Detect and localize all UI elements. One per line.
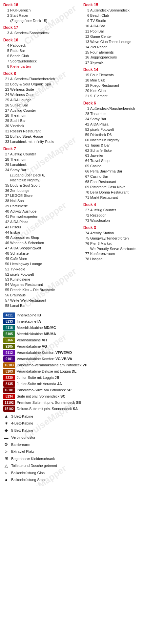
deck-item-name: Veganes Restaurant: [10, 282, 43, 288]
deck-item-number: 77: [83, 251, 89, 257]
deck-item-number: 75: [83, 236, 89, 241]
deck-item: 73Waschsalon: [83, 218, 161, 223]
icon-label: 4-Bett-Kabine: [11, 421, 33, 426]
deck-item-name: pixels Fotowelt: [90, 127, 114, 132]
deck-item: 28Theatrium: [3, 157, 81, 162]
cabin-type-code: MB/MA: [44, 332, 56, 336]
icon-legend: ▲3-Bett-Kabine✶4-Bett-Kabine◆5-Bett-Kabi…: [3, 413, 161, 483]
deck-item: 12Game Center: [83, 34, 161, 39]
deck-item-name: Hemingway Lounge: [10, 262, 42, 267]
deck-item-number: 31: [3, 129, 9, 134]
deck-item-name: Nachtclub Nightfly: [90, 138, 119, 143]
deck-item-number: 3: [83, 8, 89, 13]
deck-item: 5Patio Bar: [3, 48, 81, 54]
deck-item-number: 65: [83, 164, 89, 169]
deck-section: Deck 427Ausflug Counter72Rezeption73Wasc…: [83, 202, 161, 223]
deck-item: 28Theatrium: [3, 113, 81, 118]
cabin-label: Innenkabine IA: [17, 319, 41, 324]
deck-item-name: Sushi Bar: [10, 118, 26, 124]
deck-title: Deck 4: [83, 202, 161, 207]
cabin-row: 8103Verandakabine Deluxe mit Loggia DL: [3, 369, 161, 374]
cabin-label: Innenkabine IB: [17, 312, 41, 318]
icon-row: ◆5-Bett-Kabine: [3, 427, 161, 434]
deck-item-name: Patiodeck: [10, 43, 26, 48]
deck-item: 16Joggingparcours: [83, 55, 161, 60]
deck-item: 58Lanai Bar: [3, 303, 81, 309]
deck-item: 6Beach Club: [3, 54, 81, 59]
deck-item-name: Friseur: [10, 225, 21, 230]
deck-item-number: 28: [83, 111, 89, 117]
deck-item-name: Theatrium: [10, 113, 27, 118]
deck-item: 69Ristorante Casa Nova: [83, 185, 161, 190]
deck-item-number: 15: [83, 50, 89, 55]
cabin-type-code: IB: [37, 313, 41, 317]
deck-item: 18Mini Club: [83, 78, 161, 83]
deck-item: 3Außendeck/Sonnendeck: [83, 8, 161, 13]
deck-item-name: Activity Ausflüge: [10, 209, 36, 214]
deck-item-name: AIDA Bar: [90, 24, 105, 29]
deck-item-name: Zen Lounge: [10, 188, 30, 194]
cabin-badge: 11192: [3, 400, 15, 405]
icon-row: >Extraviel Platz: [3, 448, 161, 455]
cabin-row: 11192Premium-Suite mit priv. Sonnendeck …: [3, 400, 161, 405]
deck-item-name: Pier 3 Market: [90, 241, 112, 246]
deck-item-name: French Kiss – Die Brasserie: [10, 288, 55, 293]
deck-item-number: 32: [3, 134, 9, 139]
deck-title: Deck 6: [83, 101, 161, 105]
deck-item-name: Parfümerie: [10, 204, 28, 209]
deck-item-number: 25: [3, 98, 9, 103]
deck-item-name: Perla Bar/Prima Bar: [90, 169, 122, 174]
deck-item: 70Bella Donna Restaurant: [83, 190, 161, 195]
deck-item: 40Activity Ausflüge: [3, 209, 81, 214]
deck-item-indent: (Zugang über Deck 6,: [3, 173, 81, 178]
deck-section: Deck 153Außendeck/Sonnendeck6Beach Club9…: [83, 3, 161, 65]
deck-title: Deck 14: [83, 67, 161, 72]
deck-item-name: Wellness Oase: [10, 92, 34, 98]
deck-item: 44Eisbar: [3, 230, 81, 235]
deck-item-name: AIDA Shoppingwelt: [10, 246, 41, 251]
deck-item: 31Rossini Restaurant: [3, 129, 81, 134]
cabin-badge: 5105: [3, 331, 15, 337]
deck-item-number: 63: [83, 153, 89, 158]
deck-item: 75Gangway/Tenderpforten: [83, 236, 161, 241]
icon-label: 3-Bett-Kabine: [11, 414, 33, 419]
main-grid: Deck 181FKK-Bereich2Start Racer(Zugang ü…: [3, 3, 161, 310]
icon-label: Balkonbrüstung Stahl: [11, 477, 46, 483]
deck-item-number: 66: [83, 169, 89, 174]
deck-item-name: Lanaideck: [10, 162, 27, 168]
deck-item: 47AIDA Shoppingwelt: [3, 246, 81, 251]
deck-item: 46Wohnen & Schenken: [3, 241, 81, 246]
cabin-type-code: SP: [67, 388, 72, 392]
deck-item-name: Diskothek D6: [90, 132, 112, 138]
cabin-label: Verandakabine Deluxe mit Loggia DL: [17, 369, 76, 374]
cabin-row: 8134Suite mit priv. Sonnendeck SC: [3, 394, 161, 399]
deck-item-number: 56: [3, 293, 9, 298]
deck-item-name: Theatrium: [90, 111, 107, 117]
deck-item: 10AIDA Bar: [83, 24, 161, 29]
deck-item-number: 33: [3, 139, 9, 145]
deck-item-name: Spray Bar: [90, 117, 106, 122]
deck-item-name: Beach Club: [90, 13, 109, 18]
deck-item: 43Friseur: [3, 225, 81, 230]
deck-item-number: 34: [3, 168, 9, 173]
deck-item-number: 39: [3, 204, 9, 209]
deck-item-number: 12: [83, 34, 89, 39]
deck-item-number: 16: [83, 55, 89, 60]
deck-item-name: Travel Shop: [90, 158, 110, 164]
cabin-type-code: SA: [73, 407, 78, 411]
cabin-badge: 4116: [3, 325, 15, 331]
deck-item-name: Buffalo Steak House: [10, 134, 43, 139]
cabin-row: 8133Innenkabine IA: [3, 319, 161, 324]
deck-item-name: TV-Regie: [10, 267, 25, 272]
deck-item-number: 54: [3, 282, 9, 288]
cabin-badge: 8103: [3, 369, 15, 374]
deck-item-number: 13: [83, 39, 89, 45]
cabin-type-code: DL: [72, 369, 77, 373]
cabin-row: 8135Junior-Suite mit Veranda JA: [3, 381, 161, 387]
deck-item-name: Café Mare: [10, 256, 27, 262]
deck-item-name: Bella Donna Restaurant: [90, 190, 129, 195]
deck-item-number: 3: [3, 31, 9, 36]
deck-item: 20Kids Club: [83, 88, 161, 94]
cabin-type-code: JB: [55, 376, 59, 380]
icon-symbol: >: [3, 448, 9, 455]
